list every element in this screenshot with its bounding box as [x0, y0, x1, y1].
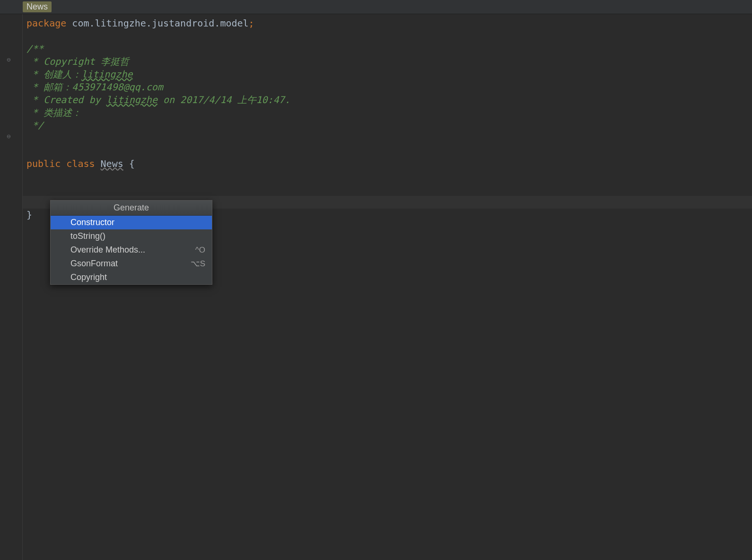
- popup-item-copyright[interactable]: Copyright: [51, 271, 212, 284]
- code-line: */: [26, 119, 752, 132]
- code-line: /**: [26, 43, 752, 55]
- popup-item-shortcut: ⌥S: [191, 259, 205, 269]
- code-line: * 邮箱：453971498@qq.com: [26, 81, 752, 94]
- code-line: [26, 170, 752, 183]
- code-line: * 创建人：litingzhe: [26, 68, 752, 81]
- gutter: ⊖ ⊖: [0, 14, 23, 560]
- breadcrumb-class[interactable]: News: [23, 1, 52, 12]
- popup-item-label: Override Methods...: [70, 245, 145, 255]
- popup-item-label: Copyright: [70, 272, 107, 282]
- popup-title: Generate: [51, 201, 212, 216]
- code-line: package com.litingzhe.justandroid.model;: [26, 17, 752, 30]
- fold-close-icon[interactable]: ⊖: [7, 132, 10, 140]
- editor-area: ⊖ ⊖ package com.litingzhe.justandroid.mo…: [0, 14, 752, 560]
- popup-item-label: GsonFormat: [70, 259, 118, 269]
- code-line: [26, 132, 752, 145]
- breadcrumb-bar: News: [0, 0, 752, 14]
- code-line: * Copyright 李挺哲: [26, 55, 752, 68]
- code-line: * Created by litingzhe on 2017/4/14 上午10…: [26, 94, 752, 106]
- generate-popup: Generate Constructor toString() Override…: [50, 200, 212, 285]
- popup-item-override[interactable]: Override Methods... ^O: [51, 243, 212, 257]
- popup-item-tostring[interactable]: toString(): [51, 229, 212, 243]
- code-line: public class News {: [26, 158, 752, 170]
- popup-item-constructor[interactable]: Constructor: [51, 216, 212, 229]
- code-line: [26, 183, 752, 196]
- popup-item-gsonformat[interactable]: GsonFormat ⌥S: [51, 257, 212, 271]
- popup-item-label: Constructor: [70, 218, 114, 228]
- code-line: [26, 30, 752, 43]
- code-editor[interactable]: package com.litingzhe.justandroid.model;…: [23, 14, 752, 560]
- code-line: * 类描述：: [26, 106, 752, 119]
- code-line: [26, 145, 752, 158]
- popup-item-label: toString(): [70, 231, 105, 241]
- fold-open-icon[interactable]: ⊖: [7, 56, 10, 63]
- popup-item-shortcut: ^O: [195, 245, 205, 255]
